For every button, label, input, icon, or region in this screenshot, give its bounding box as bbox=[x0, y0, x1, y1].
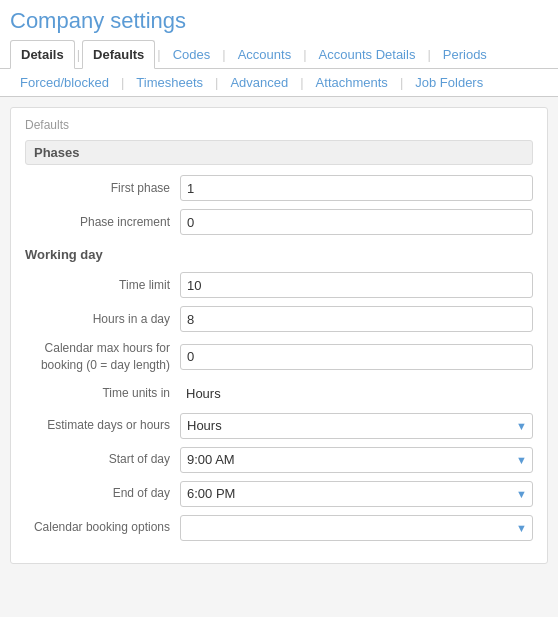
hours-in-day-row: Hours in a day bbox=[25, 306, 533, 332]
end-of-day-row: End of day 6:00 PM 5:00 PM 7:00 PM ▼ bbox=[25, 481, 533, 507]
calendar-booking-row: Calendar booking options ▼ bbox=[25, 515, 533, 541]
tab-job-folders[interactable]: Job Folders bbox=[405, 69, 493, 96]
time-units-value: Hours bbox=[180, 382, 533, 405]
phases-header: Phases bbox=[25, 140, 533, 165]
working-day-header: Working day bbox=[25, 247, 533, 262]
start-of-day-select-wrapper: 9:00 AM 8:00 AM 7:00 AM ▼ bbox=[180, 447, 533, 473]
time-limit-input[interactable] bbox=[180, 272, 533, 298]
start-of-day-label: Start of day bbox=[25, 451, 180, 468]
estimate-select-wrapper: Hours Days ▼ bbox=[180, 413, 533, 439]
tab-accounts-details[interactable]: Accounts Details bbox=[309, 41, 426, 68]
calendar-max-label: Calendar max hours for booking (0 = day … bbox=[25, 340, 180, 374]
time-units-row: Time units in Hours bbox=[25, 382, 533, 405]
time-limit-row: Time limit bbox=[25, 272, 533, 298]
tab-advanced[interactable]: Advanced bbox=[220, 69, 298, 96]
phase-increment-row: Phase increment bbox=[25, 209, 533, 235]
end-of-day-select-wrapper: 6:00 PM 5:00 PM 7:00 PM ▼ bbox=[180, 481, 533, 507]
calendar-max-row: Calendar max hours for booking (0 = day … bbox=[25, 340, 533, 374]
phase-increment-label: Phase increment bbox=[25, 214, 180, 231]
calendar-booking-select[interactable] bbox=[180, 515, 533, 541]
end-of-day-label: End of day bbox=[25, 485, 180, 502]
tab-defaults[interactable]: Defaults bbox=[82, 40, 155, 69]
tabs-row2: Forced/blocked | Timesheets | Advanced |… bbox=[0, 69, 558, 97]
defaults-box: Defaults Phases First phase Phase increm… bbox=[10, 107, 548, 564]
tab-codes[interactable]: Codes bbox=[163, 41, 221, 68]
calendar-booking-label: Calendar booking options bbox=[25, 519, 180, 536]
hours-in-day-label: Hours in a day bbox=[25, 311, 180, 328]
page-title: Company settings bbox=[0, 0, 558, 40]
phase-increment-input[interactable] bbox=[180, 209, 533, 235]
tab-periods[interactable]: Periods bbox=[433, 41, 497, 68]
first-phase-row: First phase bbox=[25, 175, 533, 201]
tab-timesheets[interactable]: Timesheets bbox=[126, 69, 213, 96]
defaults-label: Defaults bbox=[25, 118, 533, 132]
tab-forced-blocked[interactable]: Forced/blocked bbox=[10, 69, 119, 96]
tab-attachments[interactable]: Attachments bbox=[306, 69, 398, 96]
calendar-max-input[interactable] bbox=[180, 344, 533, 370]
start-of-day-row: Start of day 9:00 AM 8:00 AM 7:00 AM ▼ bbox=[25, 447, 533, 473]
start-of-day-select[interactable]: 9:00 AM 8:00 AM 7:00 AM bbox=[180, 447, 533, 473]
first-phase-input[interactable] bbox=[180, 175, 533, 201]
calendar-booking-select-wrapper: ▼ bbox=[180, 515, 533, 541]
content-area: Defaults Phases First phase Phase increm… bbox=[0, 97, 558, 617]
estimate-select[interactable]: Hours Days bbox=[180, 413, 533, 439]
time-limit-label: Time limit bbox=[25, 277, 180, 294]
estimate-label: Estimate days or hours bbox=[25, 417, 180, 434]
estimate-row: Estimate days or hours Hours Days ▼ bbox=[25, 413, 533, 439]
hours-in-day-input[interactable] bbox=[180, 306, 533, 332]
tabs-row1: Details | Defaults | Codes | Accounts | … bbox=[0, 40, 558, 69]
time-units-label: Time units in bbox=[25, 385, 180, 402]
first-phase-label: First phase bbox=[25, 180, 180, 197]
tab-accounts[interactable]: Accounts bbox=[228, 41, 301, 68]
tab-details[interactable]: Details bbox=[10, 40, 75, 69]
end-of-day-select[interactable]: 6:00 PM 5:00 PM 7:00 PM bbox=[180, 481, 533, 507]
